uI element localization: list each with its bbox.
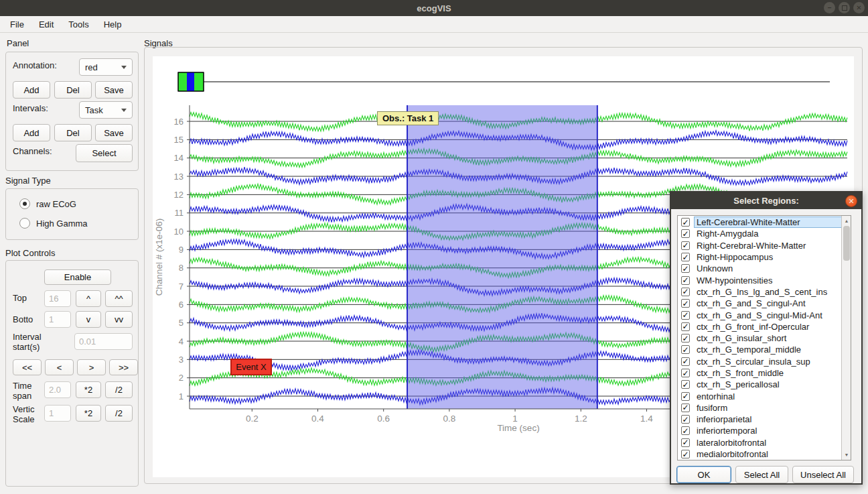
region-item[interactable]: ✓ ctx_rh_S_circular_insula_sup [678,356,841,367]
time-span-button[interactable]: /2 [105,381,133,398]
radio-high-gamma-label: High Gamma [36,219,88,229]
region-item[interactable]: ✓ Right-Cerebral-White-Matter [678,240,841,251]
region-checkbox[interactable]: ✓ [681,380,690,389]
ok-button[interactable]: OK [676,466,731,483]
region-item[interactable]: ✓ inferiortemporal [678,425,841,436]
region-checkbox[interactable]: ✓ [681,369,690,377]
annotation-action-button[interactable]: Del [54,81,92,99]
nav-button[interactable]: < [45,359,74,375]
interval-action-button[interactable]: Add [13,124,50,141]
region-checkbox[interactable]: ✓ [681,322,690,331]
region-checkbox[interactable]: ✓ [681,218,690,227]
scroll-up-icon[interactable]: ▲ [843,217,851,225]
region-item[interactable]: ✓ Left-Cerebral-White-Matter [678,217,841,228]
region-item[interactable]: ✓ medialorbitofrontal [678,448,841,460]
annotation-action-button[interactable]: Add [13,81,50,99]
interval-start-input[interactable] [74,333,133,350]
annotation-value: red [85,62,98,72]
dialog-title: Select Regions: [733,196,799,206]
annotation-action-button[interactable]: Save [95,81,133,99]
region-checkbox[interactable]: ✓ [681,438,690,447]
maximize-icon[interactable] [839,2,850,13]
channel-up-button[interactable]: ^^ [105,290,133,307]
radio-raw-ecog[interactable]: raw ECoG [19,198,76,209]
interval-action-button[interactable]: Save [95,124,133,141]
region-checkbox[interactable]: ✓ [681,288,690,296]
svg-text:1: 1 [179,391,184,402]
region-checkbox[interactable]: ✓ [681,415,690,424]
region-item[interactable]: ✓ ctx_rh_G_front_inf-Opercular [678,321,841,332]
region-item[interactable]: ✓ lateralorbitofrontal [678,437,841,448]
vertical-scale-input[interactable] [44,405,71,422]
nav-button[interactable]: << [13,359,42,375]
region-checkbox[interactable]: ✓ [681,345,690,354]
region-label: Left-Cerebral-White-Matter [695,217,841,227]
region-checkbox[interactable]: ✓ [681,253,690,261]
plot-controls-groupbox: Enable Top ^^^ Botto vvv Interval start(… [5,260,139,487]
region-item[interactable]: ✓ Right-Hippocampus [678,251,841,263]
region-checkbox[interactable]: ✓ [681,357,690,366]
channel-up-button[interactable]: ^ [76,290,101,307]
region-item[interactable]: ✓ ctx_rh_S_pericallosal [678,379,841,390]
event-annotation[interactable]: Event X [230,359,272,375]
vertical-scale-button[interactable]: /2 [105,405,133,422]
scroll-down-icon[interactable]: ▼ [843,450,851,459]
region-item[interactable]: ✓ ctx_rh_S_front_middle [678,367,841,379]
region-item[interactable]: ✓ ctx_rh_G_and_S_cingul-Mid-Ant [678,309,841,320]
nav-button[interactable]: > [77,359,106,375]
annotation-combo[interactable]: red [79,58,133,76]
menu-item[interactable]: Tools [61,17,96,32]
region-checkbox[interactable]: ✓ [681,392,690,401]
scrollbar-thumb[interactable] [843,226,850,261]
channels-select-button[interactable]: Select [76,144,133,162]
region-label: ctx_rh_S_front_middle [695,368,786,378]
menu-item[interactable]: Help [96,17,129,32]
close-icon[interactable]: ✕ [853,2,865,13]
region-checkbox[interactable]: ✓ [681,264,690,273]
dialog-close-icon[interactable]: ✕ [845,195,857,207]
region-checkbox[interactable]: ✓ [681,299,690,308]
region-item[interactable]: ✓ inferiorparietal [678,414,841,425]
region-item[interactable]: ✓ ctx_rh_G_insular_short [678,332,841,344]
channel-down-button[interactable]: v [76,311,101,328]
minimize-icon[interactable]: – [824,2,835,13]
svg-text:8: 8 [179,263,184,273]
menu-item[interactable]: Edit [31,17,61,32]
region-item[interactable]: ✓ ctx_rh_G_Ins_lg_and_S_cent_ins [678,286,841,298]
region-item[interactable]: ✓ fusiform [678,402,841,414]
menu-item[interactable]: File [3,17,31,32]
window-title: ecogVIS [417,3,451,13]
vertical-scale-button[interactable]: *2 [76,405,101,422]
intervals-combo[interactable]: Task [79,101,133,119]
region-item[interactable]: ✓ Right-Amygdala [678,228,841,239]
select-regions-dialog: Select Regions: ✕ ✓ Left-Cerebral-White-… [670,191,863,485]
region-item[interactable]: ✓ entorhinal [678,390,841,402]
interval-action-button[interactable]: Del [54,124,92,141]
channel-down-button[interactable]: vv [105,311,133,328]
time-span-button[interactable]: *2 [76,381,101,398]
unselect-all-button[interactable]: Unselect All [792,466,854,483]
region-checkbox[interactable]: ✓ [681,426,690,435]
enable-button[interactable]: Enable [44,269,111,285]
region-checkbox[interactable]: ✓ [681,311,690,320]
select-all-button[interactable]: Select All [735,466,788,483]
region-checkbox[interactable]: ✓ [681,229,690,238]
bottom-input[interactable] [44,311,71,328]
region-item[interactable]: ✓ Unknown [678,263,841,274]
region-checkbox[interactable]: ✓ [681,334,690,343]
region-item[interactable]: ✓ WM-hypointensities [678,274,841,286]
time-span-input[interactable] [44,381,71,398]
top-input[interactable] [44,290,71,307]
region-item[interactable]: ✓ ctx_rh_G_and_S_cingul-Ant [678,298,841,309]
radio-high-gamma[interactable]: High Gamma [19,218,88,229]
region-checkbox[interactable]: ✓ [681,404,690,412]
region-label: ctx_rh_S_circular_insula_sup [695,357,812,367]
region-checkbox[interactable]: ✓ [681,450,690,458]
svg-text:0.4: 0.4 [311,414,324,424]
region-list-scrollbar[interactable]: ▲ ▼ [841,216,851,460]
region-item[interactable]: ✓ ctx_rh_G_temporal_middle [678,344,841,355]
region-checkbox[interactable]: ✓ [681,276,690,285]
nav-button[interactable]: >> [109,359,138,375]
region-checkbox[interactable]: ✓ [681,241,690,250]
dialog-title-bar[interactable]: Select Regions: [671,192,861,209]
